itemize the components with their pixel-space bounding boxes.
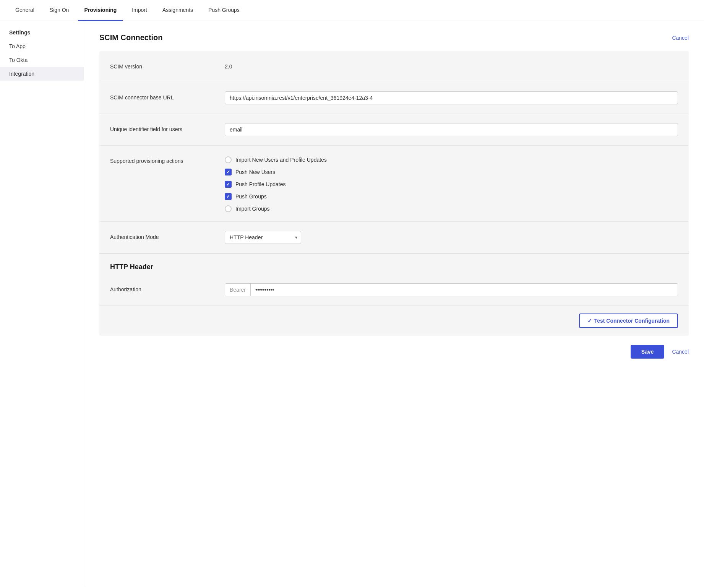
tab-import[interactable]: Import	[126, 0, 153, 21]
provisioning-actions-label: Supported provisioning actions	[110, 155, 225, 164]
tab-general[interactable]: General	[9, 0, 41, 21]
main-layout: SettingsTo AppTo OktaIntegration SCIM Co…	[0, 21, 704, 586]
checkbox-label-push-profile-updates: Push Profile Updates	[235, 181, 286, 187]
scim-url-label: SCIM connector base URL	[110, 91, 225, 101]
checkbox-label-import-new-users: Import New Users and Profile Updates	[235, 157, 327, 163]
bottom-actions: Save Cancel	[99, 336, 689, 362]
checkbox-item-import-new-users[interactable]: Import New Users and Profile Updates	[225, 156, 678, 163]
checkbox-list: Import New Users and Profile UpdatesPush…	[225, 155, 678, 212]
checkbox-item-push-groups[interactable]: Push Groups	[225, 193, 678, 200]
tab-assignments[interactable]: Assignments	[156, 0, 199, 21]
checkbox-push-groups[interactable]	[225, 193, 232, 200]
sidebar-item-to-okta[interactable]: To Okta	[0, 53, 84, 67]
checkbox-push-new-users[interactable]	[225, 169, 232, 175]
top-navigation: GeneralSign OnProvisioningImportAssignme…	[0, 0, 704, 21]
scim-url-input[interactable]	[225, 91, 678, 104]
authorization-label: Authorization	[110, 283, 225, 292]
auth-input-group: Bearer	[225, 283, 678, 296]
http-header-title: HTTP Header	[99, 254, 689, 274]
checkbox-push-profile-updates[interactable]	[225, 181, 232, 188]
bearer-label: Bearer	[225, 284, 251, 296]
unique-id-field	[225, 123, 678, 136]
sidebar-item-integration[interactable]: Integration	[0, 67, 84, 81]
checkbox-label-push-new-users: Push New Users	[235, 169, 275, 175]
sidebar: SettingsTo AppTo OktaIntegration	[0, 21, 84, 586]
checkbox-label-push-groups: Push Groups	[235, 193, 267, 200]
section-title: SCIM Connection	[99, 33, 163, 42]
sidebar-item-to-app[interactable]: To App	[0, 39, 84, 53]
auth-mode-row: Authentication Mode HTTP HeaderBasic Aut…	[99, 222, 689, 253]
scim-url-row: SCIM connector base URL	[99, 82, 689, 114]
scim-url-field	[225, 91, 678, 104]
scim-version-label: SCIM version	[110, 60, 225, 70]
checkbox-item-push-profile-updates[interactable]: Push Profile Updates	[225, 181, 678, 188]
radio-import-groups[interactable]	[225, 205, 232, 212]
authorization-field: Bearer	[225, 283, 678, 296]
checkbox-item-push-new-users[interactable]: Push New Users	[225, 169, 678, 175]
tab-push-groups[interactable]: Push Groups	[202, 0, 246, 21]
unique-id-label: Unique identifier field for users	[110, 123, 225, 132]
test-connector-label: Test Connector Configuration	[594, 318, 670, 324]
scim-version-field: 2.0	[225, 60, 678, 73]
checkbox-label-import-groups: Import Groups	[235, 206, 269, 212]
provisioning-actions-field: Import New Users and Profile UpdatesPush…	[225, 155, 678, 212]
auth-mode-select-wrapper: HTTP HeaderBasic AuthOAuth 2.0 ▾	[225, 231, 301, 244]
checkmark-icon: ✓	[587, 318, 592, 324]
radio-import-new-users[interactable]	[225, 156, 232, 163]
auth-mode-field: HTTP HeaderBasic AuthOAuth 2.0 ▾	[225, 231, 678, 244]
test-connector-row: ✓ Test Connector Configuration	[99, 306, 689, 336]
sidebar-item-settings[interactable]: Settings	[0, 26, 84, 39]
section-header: SCIM Connection Cancel	[99, 33, 689, 42]
auth-mode-select[interactable]: HTTP HeaderBasic AuthOAuth 2.0	[225, 231, 301, 244]
authorization-row: Authorization Bearer	[99, 274, 689, 306]
top-cancel-link[interactable]: Cancel	[672, 35, 689, 41]
tab-sign-on[interactable]: Sign On	[44, 0, 75, 21]
scim-version-value: 2.0	[225, 60, 678, 73]
save-button[interactable]: Save	[631, 345, 665, 359]
provisioning-actions-row: Supported provisioning actions Import Ne…	[99, 146, 689, 222]
scim-version-row: SCIM version 2.0	[99, 51, 689, 82]
unique-id-row: Unique identifier field for users	[99, 114, 689, 146]
scim-form: SCIM version 2.0 SCIM connector base URL…	[99, 51, 689, 336]
main-content: SCIM Connection Cancel SCIM version 2.0 …	[84, 21, 704, 586]
unique-id-input[interactable]	[225, 123, 678, 136]
tab-provisioning[interactable]: Provisioning	[78, 0, 123, 21]
test-connector-button[interactable]: ✓ Test Connector Configuration	[579, 313, 678, 328]
token-input[interactable]	[251, 284, 678, 296]
cancel-button[interactable]: Cancel	[672, 349, 689, 355]
auth-mode-label: Authentication Mode	[110, 231, 225, 240]
checkbox-item-import-groups[interactable]: Import Groups	[225, 205, 678, 212]
